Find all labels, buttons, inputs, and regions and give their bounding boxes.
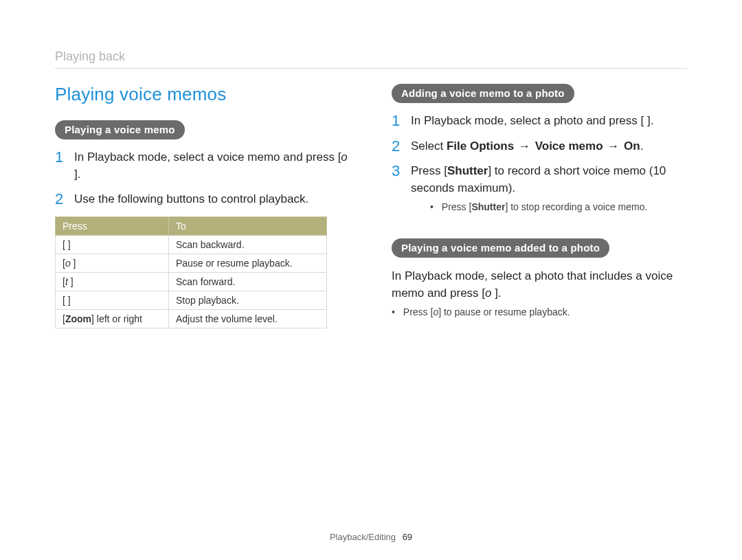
step: 2 Select File Options → Voice memo → On. xyxy=(392,138,687,155)
cell-to: Adjust the volume level. xyxy=(168,309,326,328)
cell-press: [ ] xyxy=(56,291,169,309)
table-row: [ ] Stop playback. xyxy=(56,291,327,309)
step-number: 3 xyxy=(392,163,401,179)
sub-bullet-list: Press [Shutter] to stop recording a voic… xyxy=(430,200,687,214)
breadcrumb: Playing back xyxy=(55,49,687,64)
cell-press: [Zoom] left or right xyxy=(56,309,169,328)
footer-section: Playback/Editing xyxy=(330,532,396,542)
step-number: 2 xyxy=(55,191,65,207)
step-text: Press [Shutter] to record a short voice … xyxy=(411,163,687,221)
sub-bullet: Press [Shutter] to stop recording a voic… xyxy=(430,200,687,214)
left-column: Playing voice memos Playing a voice memo… xyxy=(55,84,350,328)
step-text: In Playback mode, select a photo and pre… xyxy=(411,113,687,130)
table-header-to: To xyxy=(168,216,326,235)
step-number: 1 xyxy=(392,113,401,128)
subsection-pill-play-voice-memo: Playing a voice memo xyxy=(55,120,185,139)
subsection-pill-add-voice-memo: Adding a voice memo to a photo xyxy=(392,84,574,103)
paragraph: In Playback mode, select a photo that in… xyxy=(392,267,687,302)
right-column: Adding a voice memo to a photo 1 In Play… xyxy=(392,84,687,328)
bullet-list: Press [o] to pause or resume playback. xyxy=(392,306,687,317)
section-title: Playing voice memos xyxy=(55,84,350,105)
controls-table: Press To [ ] Scan backward. [o ] Pause o… xyxy=(55,216,327,328)
page-number: 69 xyxy=(403,532,412,542)
step-text: In Playback mode, select a voice memo an… xyxy=(74,149,350,183)
table-row: [Zoom] left or right Adjust the volume l… xyxy=(56,309,327,328)
step-number: 2 xyxy=(392,138,401,154)
table-header-press: Press xyxy=(56,216,169,235)
cell-to: Stop playback. xyxy=(168,291,326,309)
cell-to: Pause or resume playback. xyxy=(168,254,326,272)
table-row: [ ] Scan backward. xyxy=(56,235,327,254)
cell-to: Scan forward. xyxy=(168,272,326,291)
two-column-layout: Playing voice memos Playing a voice memo… xyxy=(55,84,687,328)
table-row: [t ] Scan forward. xyxy=(56,272,327,291)
step-number: 1 xyxy=(55,149,65,165)
step: 2 Use the following buttons to control p… xyxy=(55,191,350,208)
cell-press: [ ] xyxy=(56,235,169,254)
step-text: Select File Options → Voice memo → On. xyxy=(411,138,687,155)
step: 1 In Playback mode, select a voice memo … xyxy=(55,149,350,183)
subsection-pill-play-added-memo: Playing a voice memo added to a photo xyxy=(392,238,609,258)
step-text: Use the following buttons to control pla… xyxy=(74,191,350,208)
bullet: Press [o] to pause or resume playback. xyxy=(392,306,687,317)
table-row: [o ] Pause or resume playback. xyxy=(56,254,327,272)
cell-press: [o ] xyxy=(56,254,169,272)
cell-to: Scan backward. xyxy=(168,235,326,254)
step: 3 Press [Shutter] to record a short voic… xyxy=(392,163,687,221)
page-footer: Playback/Editing 69 xyxy=(0,532,742,542)
divider xyxy=(55,68,687,69)
step: 1 In Playback mode, select a photo and p… xyxy=(392,113,687,130)
manual-page: Playing back Playing voice memos Playing… xyxy=(0,0,742,560)
cell-press: [t ] xyxy=(56,272,169,291)
